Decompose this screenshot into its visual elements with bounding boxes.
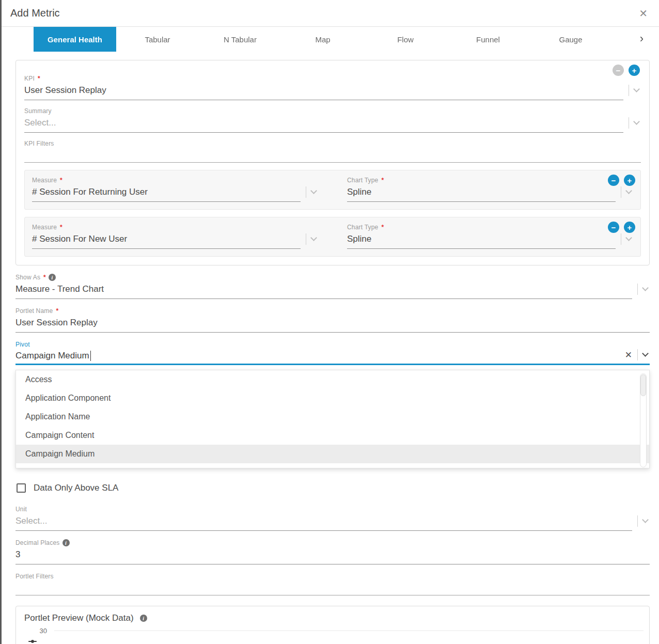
decimal-places-field: Decimal Places i 3: [15, 539, 650, 564]
measure-field: Measure* # Session For New User: [32, 224, 318, 249]
preview-chart-svg: 302010: [16, 627, 649, 644]
add-measure-button[interactable]: +: [624, 222, 635, 233]
remove-kpi-button[interactable]: −: [613, 65, 624, 76]
remove-measure-button[interactable]: −: [608, 222, 619, 233]
modal-title: Add Metric: [10, 7, 60, 19]
kpi-label: KPI*: [24, 75, 641, 82]
portlet-name-input[interactable]: User Session Replay: [15, 317, 650, 333]
tab-general-health[interactable]: General Health: [34, 27, 116, 52]
info-icon[interactable]: i: [140, 615, 147, 622]
portlet-filters-input[interactable]: [15, 580, 650, 595]
portlet-filters-label: Portlet Filters: [15, 573, 650, 580]
pivot-input[interactable]: Campaign Medium: [15, 351, 620, 364]
preview-chart: 302010: [16, 627, 649, 644]
chevron-down-icon[interactable]: [310, 234, 317, 241]
kpi-filters-label: KPI Filters: [24, 140, 641, 147]
show-as-field: Show As* i Measure - Trend Chart: [15, 274, 650, 299]
pivot-label: Pivot: [15, 341, 650, 348]
dropdown-option[interactable]: Application Component: [16, 389, 649, 407]
info-icon[interactable]: i: [49, 274, 56, 281]
chevron-down-icon[interactable]: [642, 516, 649, 523]
chevron-down-icon[interactable]: [642, 350, 649, 357]
chevron-down-icon[interactable]: [310, 187, 317, 194]
portlet-filters-field: Portlet Filters: [15, 573, 650, 595]
portlet-name-label: Portlet Name*: [15, 307, 650, 315]
summary-field: Summary Select...: [24, 107, 641, 133]
summary-select[interactable]: Select...: [24, 117, 623, 133]
info-icon[interactable]: i: [62, 539, 70, 546]
dropdown-scrollbar[interactable]: [640, 373, 647, 467]
decimal-places-label: Decimal Places i: [15, 539, 650, 546]
measure-row-1: − + Measure* # Session For Returning Use…: [24, 170, 641, 210]
chevron-down-icon[interactable]: [625, 187, 632, 194]
close-icon[interactable]: ✕: [639, 7, 648, 20]
kpi-group: − + KPI* User Session Replay Summary Sel…: [15, 60, 650, 265]
tab-flow[interactable]: Flow: [364, 27, 447, 52]
tab-n-tabular[interactable]: N Tabular: [199, 27, 281, 52]
modal-left-edge: [0, 0, 2, 644]
remove-measure-button[interactable]: −: [608, 175, 619, 186]
required-asterisk: *: [38, 75, 40, 82]
kpi-filters-input[interactable]: [24, 147, 641, 163]
measure-value[interactable]: # Session For New User: [32, 233, 301, 249]
tab-bar: General Health Tabular N Tabular Map Flo…: [0, 27, 659, 52]
show-as-value[interactable]: Measure - Trend Chart: [15, 283, 632, 299]
chevron-down-icon[interactable]: [633, 86, 640, 92]
pivot-dropdown: Access Application Component Application…: [15, 370, 650, 468]
pivot-field: Pivot Campaign Medium ✕: [15, 341, 650, 365]
portlet-preview-card: Portlet Preview (Mock Data) i 302010: [15, 606, 650, 644]
kpi-value[interactable]: User Session Replay: [24, 84, 623, 100]
tab-map[interactable]: Map: [281, 27, 364, 52]
unit-select[interactable]: Select...: [15, 515, 632, 531]
decimal-places-input[interactable]: 3: [15, 548, 650, 564]
dropdown-scrollbar-thumb[interactable]: [640, 374, 646, 396]
tab-tabular[interactable]: Tabular: [116, 27, 199, 52]
summary-label: Summary: [24, 107, 641, 115]
portlet-preview-title: Portlet Preview (Mock Data): [24, 613, 134, 623]
chart-type-field: Chart Type* Spline: [347, 177, 633, 202]
sla-checkbox-label: Data Only Above SLA: [34, 483, 118, 493]
dropdown-option[interactable]: Application Name: [16, 407, 649, 426]
show-as-label: Show As* i: [15, 274, 650, 281]
tab-gauge[interactable]: Gauge: [529, 27, 612, 52]
measure-field: Measure* # Session For Returning User: [32, 177, 318, 202]
chevron-down-icon[interactable]: [625, 234, 632, 241]
measure-row-2: − + Measure* # Session For New User Char…: [24, 217, 641, 257]
add-kpi-button[interactable]: +: [629, 65, 640, 76]
chart-type-label: Chart Type*: [347, 177, 633, 184]
add-measure-button[interactable]: +: [624, 175, 635, 186]
divider: [629, 117, 629, 129]
chevron-down-icon[interactable]: [633, 118, 640, 125]
kpi-field: KPI* User Session Replay: [24, 75, 641, 100]
tab-funnel[interactable]: Funnel: [447, 27, 529, 52]
clear-icon[interactable]: ✕: [625, 350, 632, 360]
chart-type-label: Chart Type*: [347, 224, 633, 231]
measure-label: Measure*: [32, 177, 318, 184]
portlet-name-field: Portlet Name* User Session Replay: [15, 307, 650, 333]
dropdown-clipped-option: [16, 463, 649, 468]
unit-label: Unit: [15, 506, 650, 513]
dropdown-option[interactable]: Campaign Content: [16, 426, 649, 445]
modal-header: Add Metric ✕: [0, 0, 659, 27]
svg-text:30: 30: [40, 627, 47, 635]
chart-type-field: Chart Type* Spline: [347, 224, 633, 249]
sla-checkbox-row: Data Only Above SLA: [17, 483, 650, 493]
chart-type-value[interactable]: Spline: [347, 186, 616, 202]
chevron-down-icon[interactable]: [642, 285, 649, 291]
sla-checkbox[interactable]: [17, 483, 26, 493]
kpi-filters-field: KPI Filters: [24, 140, 641, 163]
divider: [629, 85, 629, 96]
measure-label: Measure*: [32, 224, 318, 231]
measure-value[interactable]: # Session For Returning User: [32, 186, 301, 202]
chart-type-value[interactable]: Spline: [347, 233, 616, 249]
more-tabs-icon[interactable]: ›: [640, 32, 644, 45]
dropdown-option-highlighted[interactable]: Campaign Medium: [16, 445, 649, 463]
text-cursor: [90, 351, 91, 361]
dropdown-option[interactable]: Access: [16, 370, 649, 389]
unit-field: Unit Select...: [15, 506, 650, 531]
